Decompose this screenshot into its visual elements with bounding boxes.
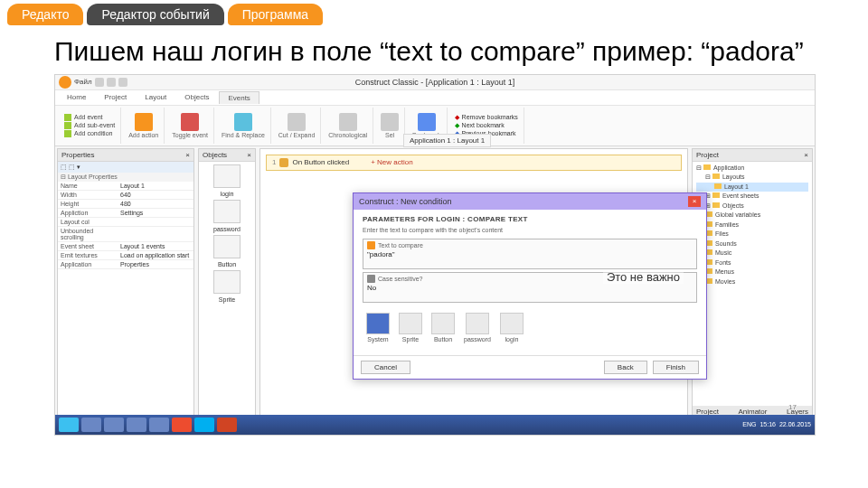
project-tree[interactable]: ⊟ Application ⊟ Layouts Layout 1 ⊞ Event… [693,162,812,289]
taskbar-skype-icon[interactable] [194,418,214,432]
file-menu[interactable]: Файл [74,78,92,86]
properties-pane: Properties× ⬚ ⬚ ▾ ⊟ Layout Properties Na… [57,148,194,419]
event-canvas: Application 1 : Layout 1 1 On Button cli… [259,148,688,419]
taskbar-chrome-icon[interactable] [104,418,124,432]
taskbar-powerpoint-icon[interactable] [217,418,237,432]
slide-number: 17 [788,403,797,411]
back-button[interactable]: Back [604,361,647,374]
properties-header: Properties [61,151,94,159]
event-row[interactable]: 1 On Button clicked + New action [266,155,682,171]
ribbon-tab-layout[interactable]: Layout [137,91,175,103]
project-pane: Project× ⊟ Application ⊟ Layouts Layout … [692,148,813,419]
tray-date: 22.06.2015 [779,421,811,427]
property-row[interactable]: ApplictionSettings [58,209,193,218]
tray-lang[interactable]: ENG [742,421,756,427]
taskbar-opera-icon[interactable] [172,418,192,432]
dialog-title: Construct : New condition [359,197,452,206]
close-icon[interactable]: × [688,196,701,207]
screenshot-container: Файл Construct Classic - [Application 1 … [54,74,816,436]
open-document-tab[interactable]: Application 1 : Layout 1 [403,134,491,147]
ribbon-next-bookmark[interactable]: ◆Next bookmark [455,122,518,129]
ribbon-tabs: Home Project Layout Objects Events [55,90,815,106]
ribbon-sel[interactable]: Sel [381,113,399,138]
property-row[interactable]: ApplicationProperties [58,260,193,269]
object-button[interactable] [213,235,241,258]
property-row[interactable]: NameLayout 1 [58,182,193,191]
tab-editor-partial[interactable]: Редакто [7,4,83,25]
app-orb-icon[interactable] [59,76,71,89]
property-row[interactable]: Width640 [58,191,193,200]
properties-toolbar: ⬚ ⬚ ▾ [58,162,193,173]
pane-pin-icon[interactable]: × [185,151,190,159]
ribbon-remove-bookmarks[interactable]: ◆Remove bookmarks [455,114,518,121]
object-sprite[interactable] [213,270,241,294]
new-action-link[interactable]: + New action [371,158,412,166]
taskbar-app-icon[interactable] [149,418,169,432]
property-row[interactable]: Unbounded scrolling [58,227,193,242]
dlg-obj-sprite[interactable]: Sprite [399,313,422,343]
field-case-sensitive[interactable]: Case sensitive? No Это не важно [363,272,697,303]
tab-program[interactable]: Программа [228,4,323,25]
property-row[interactable]: Event sheetLayout 1 events [58,242,193,251]
project-header: Project [696,151,719,159]
dialog-subtitle: Enter the text to compare with the objec… [363,227,697,233]
annotation-not-important: Это не важно [603,270,684,284]
object-password[interactable] [213,200,241,223]
tray-time: 15:16 [760,421,776,427]
window-title: Construct Classic - [Application 1 : Lay… [55,75,815,90]
field-icon [367,275,375,283]
objects-pane: Objects× login password Button Sprite [198,148,256,419]
new-condition-dialog: Construct : New condition × PARAMETERS F… [353,192,707,380]
field-text-to-compare[interactable]: Text to compare "padora" [363,239,697,269]
ribbon-add-condition[interactable]: Add condition [64,130,115,137]
ribbon-cut-expand[interactable]: Cut / Expand [278,113,315,138]
ribbon-tab-project[interactable]: Project [96,91,135,103]
button-icon [279,158,288,167]
dlg-obj-login[interactable]: login [500,313,524,343]
taskbar: ENG 15:16 22.06.2015 [55,415,815,435]
ribbon-add-action[interactable]: Add action [128,113,158,138]
dlg-obj-button[interactable]: Button [431,313,455,343]
taskbar-explorer-icon[interactable] [81,418,101,432]
tab-event-editor[interactable]: Редактор событий [87,4,223,25]
objects-header: Objects [203,151,227,159]
quick-access-toolbar: Файл [59,76,127,89]
pane-pin-icon[interactable]: × [804,151,808,159]
dlg-obj-password[interactable]: password [464,313,491,343]
ribbon-chrono[interactable]: Chronological [328,113,367,138]
ribbon-tab-events[interactable]: Events [219,91,259,104]
object-login[interactable] [213,164,241,188]
property-row[interactable]: Height480 [58,200,193,209]
slide-headline: Пишем наш логин в поле “text to compare”… [0,25,868,74]
cancel-button[interactable]: Cancel [361,361,410,374]
taskbar-ie-icon[interactable] [59,418,79,432]
finish-button[interactable]: Finish [653,361,699,374]
taskbar-app-icon[interactable] [127,418,146,432]
property-row[interactable]: Emit texturesLoad on application start [58,251,193,260]
pane-pin-icon[interactable]: × [247,151,251,159]
ribbon-add-event[interactable]: Add event [64,114,115,121]
ribbon-tab-objects[interactable]: Objects [176,91,217,103]
dlg-obj-system[interactable]: System [366,313,390,343]
ribbon-toggle-event[interactable]: Toggle event [172,113,208,138]
field-icon [367,241,375,249]
ribbon-tab-home[interactable]: Home [59,91,94,103]
property-row[interactable]: Layout col [58,218,193,227]
qat-icon[interactable] [118,78,127,87]
ribbon-add-subevent[interactable]: Add sub-event [64,122,115,129]
qat-icon[interactable] [95,78,104,87]
dialog-heading: PARAMETERS FOR LOGIN : COMPARE TEXT [363,215,697,223]
ribbon-find-replace[interactable]: Find & Replace [222,113,265,138]
qat-icon[interactable] [107,78,116,87]
